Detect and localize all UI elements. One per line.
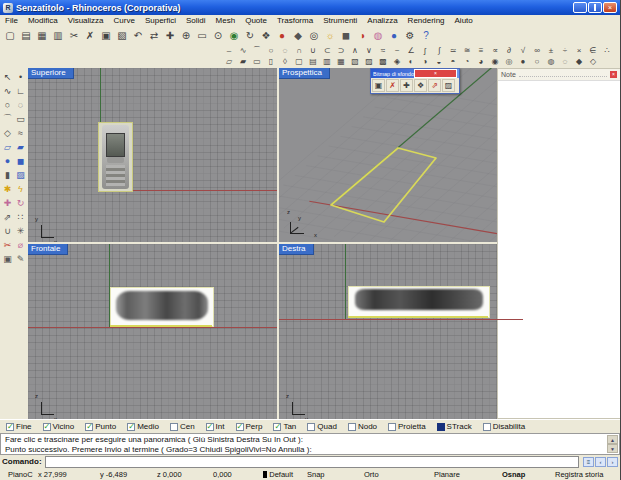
circle-center-icon[interactable]: ○ (264, 45, 278, 56)
osnap-checkbox[interactable] (348, 423, 356, 431)
rebuild-curve-icon[interactable]: ≈ (376, 45, 390, 56)
osnap-disabilita[interactable]: Disabilita (483, 422, 525, 431)
osnap-checkbox[interactable] (236, 423, 244, 431)
control-point-curve-icon[interactable]: ∿ (1, 84, 14, 97)
surface-cap-icon[interactable]: ◆ (572, 56, 586, 67)
viewport-top-label[interactable]: Superiore (28, 68, 74, 79)
surface-patch-icon[interactable]: ▨ (362, 56, 376, 67)
command-prev-icon[interactable]: ‹ (595, 457, 606, 467)
viewport-right-label[interactable]: Destra (279, 244, 314, 255)
move-bitmap-icon[interactable]: ✚ (400, 79, 413, 92)
loop-icon[interactable]: ∞ (530, 45, 544, 56)
status-default[interactable]: Default (263, 469, 293, 479)
surface-revolve-icon[interactable]: ▧ (348, 56, 362, 67)
annotate-icon[interactable]: ✎ (14, 252, 27, 265)
status-snap[interactable]: Snap (293, 469, 360, 479)
surface-unroll-icon[interactable]: ◇ (586, 56, 600, 67)
shade-view-icon[interactable]: ◆ (290, 28, 306, 43)
osnap-checkbox[interactable] (85, 423, 93, 431)
angle-tool-icon[interactable]: ∠ (404, 45, 418, 56)
patch-surface-icon[interactable]: ▨ (14, 168, 27, 181)
freeform-curve-icon[interactable]: ≈ (14, 126, 27, 139)
scale-bitmap-icon[interactable]: ⇗ (428, 79, 441, 92)
surface-analyze-icon[interactable]: ◍ (544, 56, 558, 67)
menu-strumenti[interactable]: Strumenti (318, 16, 362, 25)
proportion-icon[interactable]: ∝ (488, 45, 502, 56)
rotate-tool-icon[interactable]: ↻ (14, 196, 27, 209)
osnap-checkbox[interactable] (43, 423, 51, 431)
explode-icon[interactable]: ✳ (14, 224, 27, 237)
viewport-layout-icon[interactable]: ❖ (258, 28, 274, 43)
surface-isocurve-icon[interactable]: ◌ (558, 56, 572, 67)
history-scrollbar[interactable]: ▲ ▼ (607, 435, 618, 453)
trim-icon[interactable]: ✂ (1, 238, 14, 251)
shaded-sphere-icon[interactable]: ● (386, 28, 402, 43)
intersect-curves-icon[interactable]: ∩ (292, 45, 306, 56)
surface-untrim-icon[interactable]: ◕ (474, 56, 488, 67)
bitmap-toolbar-titlebar[interactable]: Bitmap di sfondo × (371, 69, 459, 78)
move-tool-icon[interactable]: ✚ (1, 196, 14, 209)
pipe-icon[interactable]: ⌀ (14, 238, 27, 251)
contour-icon[interactable]: ≡ (474, 45, 488, 56)
osnap-checkbox[interactable] (307, 423, 315, 431)
status-planare[interactable]: Planare (430, 469, 500, 479)
osnap-cen[interactable]: Cen (170, 422, 195, 431)
menu-modifica[interactable]: Modifica (23, 16, 63, 25)
osnap-checkbox[interactable] (437, 423, 445, 431)
viewport-perspective[interactable]: Prospettica Bitmap di sfondo × ▣✗✚❖⇗▨ z … (279, 68, 523, 242)
menu-rendering[interactable]: Rendering (403, 16, 450, 25)
surface-extend-icon[interactable]: ◓ (446, 56, 460, 67)
surface-offset-icon[interactable]: ◒ (432, 56, 446, 67)
fair-curve-icon[interactable]: ~ (390, 45, 404, 56)
new-file-icon[interactable]: ▢ (2, 28, 18, 43)
osnap-checkbox[interactable] (206, 423, 214, 431)
surface-shrink-icon[interactable]: ○ (530, 56, 544, 67)
surface-blend-icon[interactable]: ◈ (390, 56, 404, 67)
surface-fillet-icon[interactable]: ◐ (404, 56, 418, 67)
surface-from-points-icon[interactable]: ▱ (1, 140, 14, 153)
zoom-extents-icon[interactable]: ◎ (306, 28, 322, 43)
status-z-0-000[interactable]: z 0,000 (157, 469, 213, 479)
sphere-icon[interactable]: ● (1, 154, 14, 167)
offset-left-icon[interactable]: ⊂ (320, 45, 334, 56)
status-y--6-489[interactable]: y -6,489 (100, 469, 157, 479)
command-menu-icon[interactable]: ≡ (583, 457, 594, 467)
delete-icon[interactable]: ✗ (82, 28, 98, 43)
menu-analizza[interactable]: Analizza (362, 16, 402, 25)
bitmap-toolbar-close-icon[interactable]: × (414, 69, 457, 78)
close-button[interactable]: × (603, 2, 617, 13)
notes-close-icon[interactable]: × (610, 71, 617, 78)
fillet-edge-icon[interactable]: ϟ (14, 182, 27, 195)
surface-drape-icon[interactable]: ▩ (376, 56, 390, 67)
points-on-icon[interactable]: ∴ (600, 45, 614, 56)
menu-superfici[interactable]: Superfici (140, 16, 181, 25)
move-icon[interactable]: ✚ (162, 28, 178, 43)
viewport-top[interactable]: Superiore y x (28, 68, 277, 242)
surface-trim-icon[interactable]: ◔ (460, 56, 474, 67)
symmetry-icon[interactable]: ± (544, 45, 558, 56)
ellipse-icon[interactable]: ◌ (14, 98, 27, 111)
scroll-down-icon[interactable]: ▼ (607, 444, 618, 453)
surface-network-icon[interactable]: ▤ (306, 56, 320, 67)
place-bitmap-icon[interactable]: ▣ (372, 79, 385, 92)
zoom-selected-icon[interactable]: ◉ (226, 28, 242, 43)
settings-gear-icon[interactable]: ⚙ (402, 28, 418, 43)
restore-button[interactable] (588, 2, 602, 13)
insert-knot-icon[interactable]: ∈ (586, 45, 600, 56)
osnap-vicino[interactable]: Vicino (43, 422, 75, 431)
align-bitmap-icon[interactable]: ❖ (414, 79, 427, 92)
block-icon[interactable]: ▣ (1, 252, 14, 265)
command-next-icon[interactable]: › (607, 457, 618, 467)
arc-icon[interactable]: ⌒ (1, 112, 14, 125)
osnap-punto[interactable]: Punto (85, 422, 116, 431)
viewport-front[interactable]: Frontale z x (28, 244, 277, 419)
menu-curve[interactable]: Curve (109, 16, 140, 25)
single-point-icon[interactable]: • (14, 70, 27, 83)
osnap-checkbox[interactable] (6, 423, 14, 431)
surface-chamfer-icon[interactable]: ◑ (418, 56, 432, 67)
status-registra-storia[interactable]: Registra storia (553, 469, 620, 479)
open-file-icon[interactable]: ▤ (18, 28, 34, 43)
kink-icon[interactable]: ∨ (362, 45, 376, 56)
union-curves-icon[interactable]: ∪ (306, 45, 320, 56)
surface-rebuild-icon[interactable]: ● (516, 56, 530, 67)
